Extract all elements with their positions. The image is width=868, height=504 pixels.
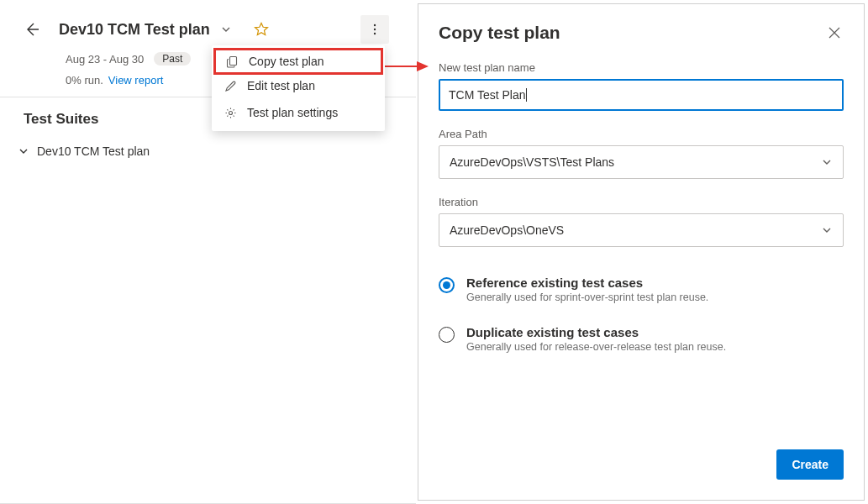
menu-edit-test-plan[interactable]: Edit test plan	[212, 72, 385, 99]
radio-text: Duplicate existing test cases Generally …	[466, 325, 726, 353]
radio-text: Reference existing test cases Generally …	[466, 276, 708, 303]
iteration-value: AzureDevOps\OneVS	[450, 223, 564, 237]
gear-icon	[224, 106, 237, 119]
name-label: New test plan name	[439, 61, 844, 74]
dialog-title: Copy test plan	[439, 23, 560, 43]
close-button[interactable]	[825, 24, 844, 42]
chevron-down-icon	[220, 24, 232, 35]
radio-duplicate-existing[interactable]: Duplicate existing test cases Generally …	[439, 325, 844, 353]
back-button[interactable]	[20, 18, 44, 41]
copy-option-group: Reference existing test cases Generally …	[439, 276, 844, 353]
suite-item-label: Dev10 TCM Test plan	[37, 144, 150, 158]
star-outline-icon	[254, 22, 269, 37]
chevron-down-icon	[18, 146, 29, 156]
radio-indicator-unchecked	[439, 327, 455, 343]
svg-rect-3	[229, 56, 236, 65]
name-input-value: TCM Test Plan	[449, 88, 526, 102]
more-vertical-icon	[368, 23, 381, 36]
menu-item-label: Test plan settings	[247, 106, 338, 119]
radio-indicator-checked	[439, 277, 455, 293]
svg-point-4	[229, 111, 232, 114]
svg-point-1	[374, 29, 376, 30]
favorite-button[interactable]	[254, 22, 269, 37]
menu-item-label: Edit test plan	[247, 79, 315, 92]
svg-point-2	[374, 33, 376, 34]
suite-item[interactable]: Dev10 TCM Test plan	[0, 141, 416, 161]
plan-title-chevron[interactable]	[220, 24, 232, 35]
area-path-label: Area Path	[439, 128, 844, 140]
date-range: Aug 23 - Aug 30	[66, 53, 144, 66]
menu-test-plan-settings[interactable]: Test plan settings	[212, 99, 385, 126]
radio-option-desc: Generally used for release-over-release …	[466, 341, 726, 353]
view-report-link[interactable]: View report	[108, 74, 164, 87]
plan-title: Dev10 TCM Test plan	[59, 21, 210, 39]
dialog-header: Copy test plan	[439, 23, 844, 43]
run-percent: 0% run.	[66, 74, 103, 87]
more-options-menu: Copy test plan Edit test plan Test plan …	[212, 45, 385, 131]
menu-item-label: Copy test plan	[249, 55, 324, 68]
menu-copy-test-plan[interactable]: Copy test plan	[213, 48, 383, 75]
iteration-select[interactable]: AzureDevOps\OneVS	[439, 213, 844, 247]
text-cursor	[526, 88, 527, 102]
radio-reference-existing[interactable]: Reference existing test cases Generally …	[439, 276, 844, 303]
pencil-icon	[224, 79, 237, 92]
radio-option-title: Duplicate existing test cases	[466, 325, 726, 339]
chevron-down-icon	[821, 156, 833, 168]
past-badge: Past	[154, 52, 191, 66]
area-path-value: AzureDevOps\VSTS\Test Plans	[450, 155, 614, 169]
more-options-button[interactable]	[360, 15, 389, 44]
area-path-select[interactable]: AzureDevOps\VSTS\Test Plans	[439, 145, 844, 179]
copy-icon	[225, 55, 239, 68]
close-icon	[828, 26, 841, 39]
radio-option-title: Reference existing test cases	[466, 276, 708, 290]
name-input[interactable]: TCM Test Plan	[439, 79, 844, 111]
iteration-label: Iteration	[439, 196, 844, 208]
chevron-down-icon	[821, 224, 833, 236]
create-button[interactable]: Create	[776, 449, 844, 480]
copy-test-plan-dialog: Copy test plan New test plan name TCM Te…	[418, 3, 865, 501]
header-row: Dev10 TCM Test plan	[0, 0, 416, 47]
svg-point-0	[374, 24, 376, 26]
arrow-left-icon	[24, 21, 40, 38]
radio-option-desc: Generally used for sprint-over-sprint te…	[466, 291, 708, 303]
